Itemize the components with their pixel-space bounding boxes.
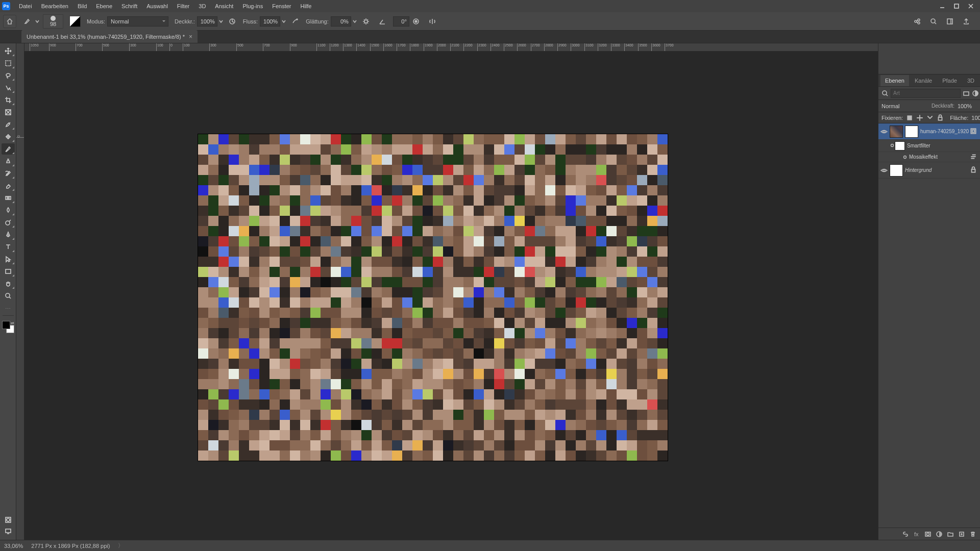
current-tool-icon[interactable]	[20, 15, 34, 28]
menu-item-ebene[interactable]: Ebene	[91, 0, 117, 12]
share-icon[interactable]	[912, 16, 923, 27]
doc-info[interactable]: 2771 Px x 1869 Px (182,88 ppi)	[31, 543, 110, 549]
filter-mask-thumbnail[interactable]	[895, 141, 905, 151]
tab-ebenen[interactable]: Ebenen	[880, 75, 909, 86]
menu-item-filter[interactable]: Filter	[173, 0, 194, 12]
opacity-input[interactable]: 100%	[197, 16, 217, 27]
vertical-ruler[interactable]: 0	[16, 43, 24, 540]
window-minimize-button[interactable]	[935, 0, 949, 12]
opacity-dropdown[interactable]	[218, 19, 224, 24]
smoothing-dropdown[interactable]	[352, 19, 357, 24]
menu-item-bild[interactable]: Bild	[73, 0, 91, 12]
layer-row[interactable]: human-740259_1920	[878, 123, 980, 140]
menu-item-schrift[interactable]: Schrift	[117, 0, 142, 12]
visibility-toggle[interactable]	[878, 167, 890, 174]
marquee-tool[interactable]	[2, 58, 15, 69]
smoothing-gear-icon[interactable]	[360, 16, 372, 27]
layer-thumbnail[interactable]	[890, 164, 903, 177]
pressure-size-icon[interactable]	[410, 16, 422, 27]
flow-dropdown[interactable]	[281, 19, 286, 24]
share-export-icon[interactable]	[961, 16, 972, 27]
adjustment-layer-icon[interactable]	[934, 529, 944, 539]
workspace-icon[interactable]	[944, 16, 955, 27]
zoom-tool[interactable]	[2, 290, 15, 302]
symmetry-icon[interactable]	[427, 16, 438, 27]
link-layers-icon[interactable]	[900, 529, 911, 539]
eraser-tool[interactable]	[2, 180, 15, 191]
history-brush-tool[interactable]	[2, 168, 15, 179]
edit-toolbar-icon[interactable]: ⋯	[5, 306, 11, 312]
menu-item-plugins[interactable]: Plug-ins	[238, 0, 267, 12]
filter-visibility-toggle[interactable]	[890, 143, 895, 149]
doc-info-chevron-icon[interactable]: 〉	[118, 542, 124, 549]
hand-tool[interactable]	[2, 278, 15, 289]
move-tool[interactable]	[2, 45, 15, 57]
blur-tool[interactable]	[2, 205, 15, 216]
layer-mask-thumbnail[interactable]	[905, 126, 918, 138]
lock-artboard-icon[interactable]	[926, 114, 934, 121]
screen-mode-icon[interactable]	[2, 525, 15, 537]
airbrush-icon[interactable]	[289, 16, 301, 27]
fill-input[interactable]: 100%	[971, 115, 980, 121]
menu-item-datei[interactable]: Datei	[14, 0, 37, 12]
color-swatches[interactable]: ⇄	[2, 321, 14, 333]
brush-tool[interactable]	[2, 143, 15, 155]
angle-icon[interactable]	[377, 16, 388, 27]
pen-tool[interactable]	[2, 229, 15, 240]
visibility-toggle[interactable]	[878, 128, 890, 135]
quick-mask-icon[interactable]	[2, 514, 15, 525]
filter-pixel-icon[interactable]	[963, 89, 970, 97]
close-tab-icon[interactable]: ×	[189, 33, 192, 40]
home-button[interactable]	[3, 15, 16, 28]
angle-input[interactable]: 0°	[393, 16, 409, 27]
smart-filter-row[interactable]: Smartfilter	[878, 140, 980, 152]
frame-tool[interactable]	[2, 107, 15, 118]
swap-colors-icon[interactable]: ⇄	[11, 321, 14, 325]
filter-effect-name[interactable]: Mosaikeffekt	[909, 154, 970, 160]
tool-preset-dropdown[interactable]	[35, 19, 40, 24]
tab-3d[interactable]: 3D	[963, 75, 979, 86]
tab-pfade[interactable]: Pfade	[938, 75, 962, 86]
path-select-tool[interactable]	[2, 254, 15, 265]
layer-name[interactable]: human-740259_1920	[920, 129, 970, 134]
pressure-opacity-icon[interactable]	[227, 16, 238, 27]
layer-name[interactable]: Hintergrund	[905, 167, 970, 173]
collapsed-panel-area[interactable]	[878, 43, 980, 74]
layer-thumbnail[interactable]	[890, 126, 903, 138]
menu-item-fenster[interactable]: Fenster	[267, 0, 296, 12]
filter-adjust-icon[interactable]	[972, 89, 979, 97]
blend-mode-select[interactable]: Normal	[107, 16, 168, 27]
brush-preview[interactable]: 98	[43, 14, 63, 29]
horizontal-ruler[interactable]: 1050 900 700 500 300 100 0 100 300 500 7…	[24, 43, 878, 52]
crop-tool[interactable]	[2, 94, 15, 106]
lock-pixels-icon[interactable]	[906, 114, 913, 121]
lock-all-icon[interactable]	[937, 114, 944, 121]
menu-item-3d[interactable]: 3D	[194, 0, 210, 12]
window-maximize-button[interactable]	[949, 0, 964, 12]
new-group-icon[interactable]	[945, 529, 955, 539]
rectangle-tool[interactable]	[2, 266, 15, 277]
smoothing-input[interactable]: 0%	[331, 16, 351, 27]
menu-item-ansicht[interactable]: Ansicht	[210, 0, 238, 12]
brush-panel-toggle[interactable]	[69, 16, 81, 27]
delete-layer-icon[interactable]	[968, 529, 978, 539]
filter-effect-row[interactable]: Mosaikeffekt	[878, 152, 980, 162]
menu-item-auswahl[interactable]: Auswahl	[142, 0, 173, 12]
menu-item-hilfe[interactable]: Hilfe	[296, 0, 316, 12]
window-close-button[interactable]	[964, 0, 978, 12]
search-icon[interactable]	[928, 16, 939, 27]
tab-kanaele[interactable]: Kanäle	[910, 75, 937, 86]
healing-tool[interactable]	[2, 131, 15, 142]
flow-input[interactable]: 100%	[260, 16, 280, 27]
foreground-color-swatch[interactable]	[2, 321, 10, 329]
filter-edit-icon[interactable]	[970, 153, 977, 161]
dodge-tool[interactable]	[2, 217, 15, 228]
lasso-tool[interactable]	[2, 70, 15, 81]
layer-effects-icon[interactable]: fx	[912, 529, 922, 539]
gradient-tool[interactable]	[2, 192, 15, 204]
type-tool[interactable]	[2, 241, 15, 253]
menu-item-bearbeiten[interactable]: Bearbeiten	[37, 0, 73, 12]
eyedropper-tool[interactable]	[2, 119, 15, 130]
document-canvas[interactable]	[24, 52, 878, 540]
clone-stamp-tool[interactable]	[2, 156, 15, 167]
